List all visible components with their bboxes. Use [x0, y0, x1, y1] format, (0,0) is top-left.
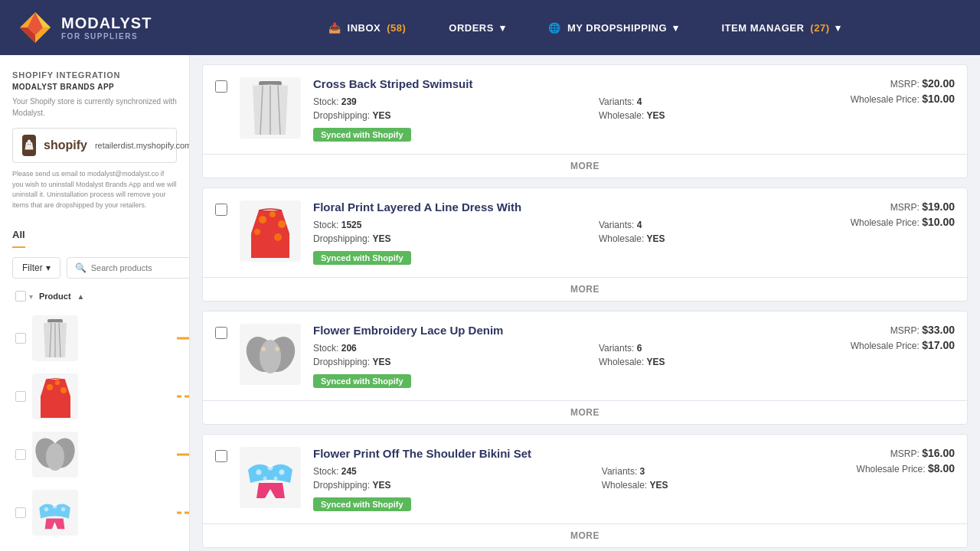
product-checkbox-2[interactable] [15, 391, 26, 402]
svg-point-31 [274, 233, 282, 241]
all-tab[interactable]: All [12, 223, 25, 248]
svg-point-27 [259, 216, 266, 223]
product-image-2 [240, 201, 301, 262]
inbox-badge: (58) [387, 22, 406, 34]
sidebar-notice: Please send us email to modalyst@modalys… [12, 169, 177, 210]
more-button-1[interactable]: MORE [203, 154, 967, 178]
select-all-checkbox[interactable] [15, 291, 26, 302]
product-image-3 [240, 324, 301, 385]
product-checkbox-4[interactable] [15, 507, 26, 518]
shopify-bag-icon [22, 135, 36, 156]
product-meta-4: Stock: 245 Variants: 3 Dropshipping: YES… [313, 466, 844, 491]
synced-badge-2: Synced with Shopify [313, 251, 411, 265]
logo-area: MODALYST FOR SUPPLIERS [18, 11, 208, 44]
sort-icon[interactable]: ▲ [77, 292, 85, 301]
more-button-4[interactable]: MORE [203, 523, 967, 547]
product-select-checkbox-4[interactable] [215, 450, 227, 462]
nav-item-manager[interactable]: ITEM MANAGER (27) ▾ [701, 0, 863, 55]
product-title-2: Floral Print Layered A Line Dress With [313, 201, 838, 214]
svg-point-29 [278, 220, 286, 228]
sidebar: SHOPIFY INTEGRATION MODALYST BRANDS APP … [0, 55, 190, 551]
dropshipping-chevron-icon: ▾ [673, 22, 679, 34]
product-thumb-3 [32, 432, 78, 478]
product-checkbox-1[interactable] [15, 333, 26, 344]
svg-point-37 [256, 470, 261, 475]
nav-dropshipping[interactable]: 🌐 MY DROPSHIPPING ▾ [527, 0, 700, 55]
synced-badge-1: Synced with Shopify [313, 128, 411, 142]
svg-point-35 [261, 347, 266, 351]
filter-button[interactable]: Filter ▾ [12, 257, 60, 279]
variants-1: Variants: 4 [599, 96, 838, 107]
wholesale-price-row-2: Wholesale Price: $10.00 [851, 216, 955, 228]
svg-point-34 [260, 340, 281, 373]
wholesale-2: Wholesale: YES [599, 233, 838, 244]
dropshipping-1: Dropshipping: YES [313, 110, 553, 121]
svg-point-13 [60, 387, 67, 393]
main-nav: 📥 INBOX (58) ORDERS ▾ 🌐 MY DROPSHIPPING … [208, 0, 962, 55]
svg-rect-4 [28, 144, 28, 145]
sidebar-product-row [12, 485, 177, 540]
svg-point-20 [53, 504, 57, 508]
svg-point-17 [46, 443, 64, 471]
product-info-1: Cross Back Striped Swimsuit Stock: 239 V… [313, 77, 838, 142]
orders-chevron-icon: ▾ [500, 22, 506, 34]
product-checkbox-3[interactable] [15, 449, 26, 460]
nav-orders[interactable]: ORDERS ▾ [427, 0, 527, 55]
more-button-3[interactable]: MORE [203, 400, 967, 424]
svg-rect-5 [30, 144, 31, 145]
product-meta-2: Stock: 1525 Variants: 4 Dropshipping: YE… [313, 220, 838, 244]
item-manager-badge: (27) [810, 22, 829, 34]
product-meta-1: Stock: 239 Variants: 4 Dropshipping: YES… [313, 96, 838, 121]
svg-point-28 [270, 211, 276, 217]
dropshipping-2: Dropshipping: YES [313, 233, 553, 244]
product-info-4: Flower Print Off The Shoulder Bikini Set… [313, 447, 844, 511]
logo-icon [18, 11, 52, 44]
product-select-checkbox-3[interactable] [215, 327, 227, 339]
msrp-row-4: MSRP: $16.00 [857, 447, 955, 459]
inbox-icon: 📥 [328, 22, 341, 34]
product-pricing-1: MSRP: $20.00 Wholesale Price: $10.00 [851, 77, 955, 108]
item-manager-chevron-icon: ▾ [835, 22, 841, 34]
product-select-checkbox-2[interactable] [215, 204, 227, 216]
more-button-2[interactable]: MORE [203, 277, 967, 301]
sidebar-product-row [12, 369, 177, 424]
logo-name: MODALYST [61, 15, 152, 32]
svg-point-40 [263, 477, 266, 481]
product-info-3: Flower Embroidery Lace Up Denim Stock: 2… [313, 324, 838, 388]
dropshipping-3: Dropshipping: YES [313, 357, 553, 367]
variants-3: Variants: 6 [599, 343, 838, 354]
product-list-header: ▾ Product ▲ [12, 291, 177, 302]
search-input[interactable] [91, 263, 190, 272]
main-container: SHOPIFY INTEGRATION MODALYST BRANDS APP … [0, 55, 980, 551]
svg-point-41 [273, 477, 277, 481]
select-all-chevron-icon[interactable]: ▾ [29, 292, 33, 301]
filter-label: Filter [22, 262, 43, 273]
product-pricing-4: MSRP: $16.00 Wholesale Price: $8.00 [857, 447, 955, 478]
arrow-1 [177, 327, 190, 350]
product-thumb-1 [32, 315, 78, 361]
nav-inbox[interactable]: 📥 INBOX (58) [307, 0, 427, 55]
svg-point-19 [44, 507, 49, 511]
nav-dropshipping-label: MY DROPSHIPPING [567, 22, 667, 34]
shopify-domain: retailerdist.myshopify.com [95, 141, 190, 150]
product-card-main-2: Floral Print Layered A Line Dress With S… [203, 188, 967, 277]
svg-point-38 [267, 465, 273, 471]
stock-4: Stock: 245 [313, 466, 556, 477]
filter-row: Filter ▾ 🔍 [12, 257, 177, 279]
product-select-checkbox-1[interactable] [215, 80, 227, 93]
synced-badge-4: Synced with Shopify [313, 497, 411, 511]
product-card-main-3: Flower Embroidery Lace Up Denim Stock: 2… [203, 311, 967, 400]
select-all-checkbox-area[interactable]: ▾ [15, 291, 33, 302]
product-pricing-2: MSRP: $19.00 Wholesale Price: $10.00 [851, 201, 955, 231]
product-image-4 [240, 447, 301, 508]
shopify-box: shopify retailerdist.myshopify.com [12, 128, 177, 163]
svg-point-36 [275, 347, 279, 351]
header: MODALYST FOR SUPPLIERS 📥 INBOX (58) ORDE… [0, 0, 980, 55]
product-col-label: Product [39, 292, 71, 301]
product-title-4: Flower Print Off The Shoulder Bikini Set [313, 447, 844, 460]
wholesale-3: Wholesale: YES [599, 357, 838, 367]
product-card-1: Cross Back Striped Swimsuit Stock: 239 V… [202, 64, 968, 178]
sidebar-product-row [12, 311, 177, 366]
integration-title: SHOPIFY INTEGRATION [12, 70, 177, 80]
main-content: Cross Back Striped Swimsuit Stock: 239 V… [190, 55, 980, 551]
